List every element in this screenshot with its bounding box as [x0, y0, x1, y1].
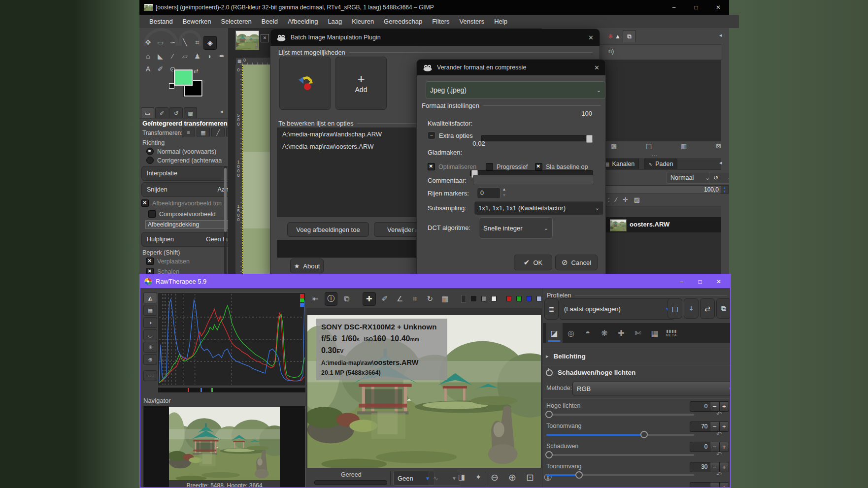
delete-item-icon[interactable]: ⊠: [716, 142, 721, 150]
color-picker-icon[interactable]: ✐: [379, 293, 391, 305]
pointer-tab[interactable]: ▲: [615, 33, 621, 40]
slider-reset-1[interactable]: ↶: [716, 430, 722, 438]
menu-laag[interactable]: Laag: [328, 15, 342, 28]
menu-selecteren[interactable]: Selecteren: [221, 15, 252, 28]
hulplijnen-row[interactable]: Hulplijnen Geen hulplij: [141, 232, 228, 247]
slider-reset-3[interactable]: ↶: [716, 471, 722, 478]
color-swatch-1[interactable]: [516, 296, 522, 301]
transform-layer[interactable]: ≡: [182, 128, 195, 137]
split-view-icon[interactable]: ◨: [455, 471, 468, 484]
transform-selection[interactable]: ▦: [197, 128, 210, 137]
slider-reset-2[interactable]: ↶: [716, 451, 722, 458]
gimp-minimize-button[interactable]: –: [668, 0, 679, 15]
histogram-panel[interactable]: [158, 293, 306, 386]
layer-opacity-spinner[interactable]: ▴▾: [721, 185, 729, 194]
composite-checkbox-row[interactable]: Composietvoorbeeld: [148, 210, 216, 218]
color-swatch-0[interactable]: [506, 296, 512, 301]
optimize-checkbox[interactable]: [428, 163, 435, 170]
hide-left-panel-icon[interactable]: ⇤: [309, 293, 322, 305]
image-tab-thumbnail[interactable]: [235, 31, 259, 50]
slider-knob-0[interactable]: [545, 411, 553, 418]
slider-track-0[interactable]: [546, 414, 694, 416]
unified-transform-tool[interactable]: ◈: [203, 36, 217, 50]
clipboard-tab[interactable]: ⧉: [623, 30, 636, 42]
dock-collapse-icon-top[interactable]: ◂: [719, 32, 722, 38]
brush-tab[interactable]: ❋: [608, 33, 613, 40]
menu-gereedschap[interactable]: Gereedschap: [384, 15, 422, 28]
slider-knob-1[interactable]: [640, 431, 648, 438]
preview-checkbox[interactable]: [141, 199, 149, 207]
collapse-minus-icon[interactable]: −: [428, 131, 435, 139]
device-status-tab[interactable]: ✐: [155, 107, 168, 119]
ink-tool[interactable]: ✒: [216, 50, 228, 63]
fuzzy-select-tool[interactable]: ╲: [179, 36, 191, 49]
histogram-bar-icon[interactable]: ⊕: [143, 354, 157, 365]
markers-spinbox[interactable]: 0: [477, 188, 501, 199]
quality-slider-handle[interactable]: [586, 135, 593, 143]
thumbnail-toggle[interactable]: [461, 295, 467, 303]
tab-raw[interactable]: ▦: [646, 323, 663, 343]
foreground-color-swatch[interactable]: [174, 69, 193, 86]
radio-normal-control[interactable]: [146, 148, 154, 155]
tab-advanced[interactable]: ❋: [596, 323, 613, 343]
zoom-out-icon[interactable]: ⊖: [488, 469, 501, 485]
histogram-rgb-icon[interactable]: ▦: [143, 305, 157, 316]
slider-knob-2[interactable]: [545, 451, 553, 458]
rt-minimize-button[interactable]: –: [674, 278, 689, 285]
format-dropdown[interactable]: Jpeg (.jpeg) ⌄: [426, 81, 605, 99]
histogram-options-icon[interactable]: ⋯: [143, 370, 157, 381]
layer-mode-dropdown[interactable]: Normaal ⌄: [666, 172, 714, 184]
navigator-thumbnail[interactable]: [169, 407, 280, 480]
color-swatch-2[interactable]: [527, 296, 532, 301]
histogram-raw-icon[interactable]: ✳: [143, 342, 157, 353]
pin-icon[interactable]: ✦: [472, 471, 485, 484]
format-dialog-close-icon[interactable]: ✕: [594, 64, 600, 71]
default-colors-icon[interactable]: [169, 83, 174, 89]
move-tool[interactable]: ✥: [142, 36, 154, 49]
interpolatie-row[interactable]: Interpolatie Lin: [141, 166, 228, 181]
dock-collapse-icon[interactable]: ◂: [220, 108, 223, 115]
load-profile-icon[interactable]: ▤: [668, 298, 682, 319]
baseline-checkbox-row[interactable]: Sla baseline op: [535, 163, 588, 170]
gimp-maximize-button[interactable]: □: [691, 0, 701, 15]
copy-profile-icon[interactable]: ⇄: [700, 298, 715, 319]
gray-swatch-2[interactable]: [491, 296, 497, 301]
free-select-tool[interactable]: ∽: [167, 36, 179, 49]
shadows-section[interactable]: Schaduwen/hoge lichten: [543, 365, 730, 380]
menu-kleuren[interactable]: Kleuren: [352, 15, 374, 28]
power-icon[interactable]: [546, 369, 553, 376]
tab-detail[interactable]: ◎: [563, 323, 579, 343]
menu-beeld[interactable]: Beeld: [262, 15, 278, 28]
zoom-in-icon[interactable]: ⊕: [505, 469, 519, 485]
clone-tool[interactable]: ♟: [191, 50, 203, 63]
radio-normal[interactable]: Normaal (voorwaarts): [146, 148, 216, 155]
color-swatch-3[interactable]: [536, 296, 542, 301]
text-tool[interactable]: A: [142, 63, 154, 75]
radio-corrective[interactable]: Corrigerend (achterwaa: [146, 157, 222, 164]
menu-help[interactable]: Help: [494, 15, 507, 28]
rt-titlebar[interactable]: RawTherapee 5.9 – □ ✕: [140, 275, 730, 288]
profile-list-button[interactable]: ≣: [544, 298, 559, 320]
menu-filters[interactable]: Filters: [432, 15, 449, 28]
partial-slider-valuebox[interactable]: −+: [690, 482, 729, 488]
progressive-checkbox[interactable]: [486, 163, 493, 170]
rotate-icon[interactable]: ↻: [424, 293, 436, 305]
rt-maximize-button[interactable]: □: [693, 278, 707, 285]
add-images-button[interactable]: Voeg afbeeldingen toe: [287, 222, 369, 237]
layer-mode-reset[interactable]: ↺ ⌄: [709, 172, 729, 184]
extra-options-expander[interactable]: − Extra opties: [428, 131, 473, 139]
lock-position-icon[interactable]: ✛: [623, 196, 628, 203]
lock-pixels-icon[interactable]: ∕: [616, 196, 617, 203]
tool-options-tab[interactable]: ▭: [141, 107, 154, 119]
menu-vensters[interactable]: Vensters: [460, 15, 485, 28]
menu-bewerken[interactable]: Bewerken: [183, 15, 211, 28]
straighten-icon[interactable]: ∠: [394, 293, 406, 305]
optimize-checkbox-row[interactable]: Optimaliseren: [428, 163, 476, 170]
new-item-icon[interactable]: ▤: [646, 142, 652, 150]
bimp-titlebar[interactable]: Batch Image Manipulation Plugin ✕: [270, 29, 600, 46]
bucket-fill-tool[interactable]: ◣: [154, 50, 167, 63]
profile-dropdown[interactable]: (Laatst opgeslagen) ▼: [560, 298, 674, 320]
slider-track-3[interactable]: [546, 474, 694, 476]
swap-colors-icon[interactable]: ⇄: [194, 67, 199, 74]
gimp-titlebar[interactable]: [oosters] (geïmporteerd)-2.0 (RGB-kleur …: [139, 0, 729, 15]
